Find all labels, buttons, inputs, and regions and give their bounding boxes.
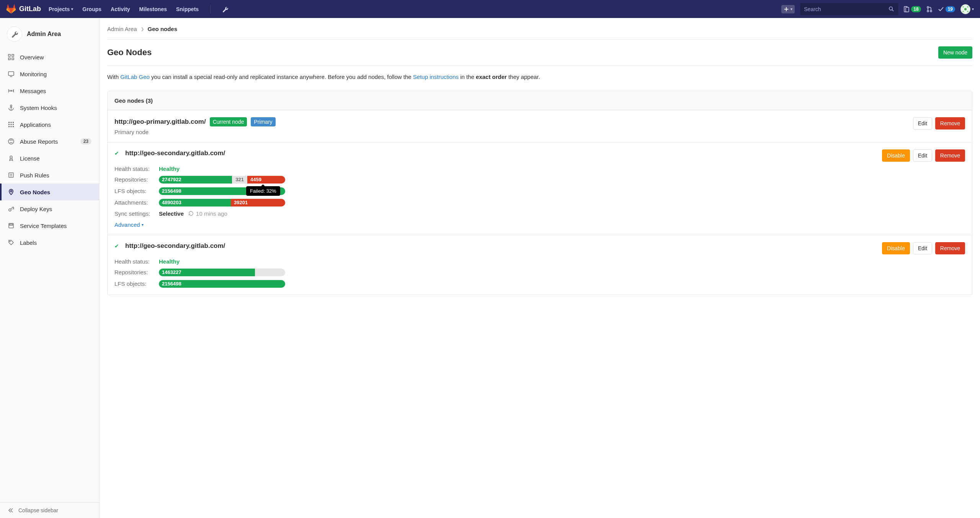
svg-point-9 (964, 8, 967, 10)
edit-button[interactable]: Edit (913, 149, 932, 162)
svg-rect-30 (8, 126, 10, 127)
svg-rect-26 (13, 122, 14, 123)
wrench-icon (222, 6, 228, 12)
geo-nodes-panel: Geo nodes (3) http://geo-primary.gitlab.… (107, 91, 972, 295)
nav-activity[interactable]: Activity (111, 6, 130, 12)
breadcrumb-root[interactable]: Admin Area (107, 26, 137, 32)
search-input[interactable] (804, 6, 889, 12)
chevron-down-icon: ▾ (972, 7, 974, 11)
page-title: Geo Nodes (107, 48, 152, 57)
svg-rect-41 (10, 224, 13, 225)
brand[interactable]: GitLab (6, 4, 41, 14)
anchor-icon (8, 104, 15, 111)
sync-time: 10 mins ago (188, 210, 227, 217)
check-icon: ✔ (114, 243, 119, 249)
svg-point-20 (11, 90, 12, 92)
sidebar-item-push-rules[interactable]: Push Rules (0, 167, 99, 184)
svg-point-38 (10, 190, 12, 192)
gitlab-geo-link[interactable]: GitLab Geo (120, 74, 150, 80)
intro-text: With GitLab Geo you can install a specia… (107, 66, 972, 91)
nav-merge-requests[interactable] (926, 6, 933, 12)
svg-point-21 (10, 105, 12, 107)
svg-rect-29 (13, 124, 14, 125)
node-url: http://geo-primary.gitlab.com/ (114, 118, 206, 126)
svg-rect-1 (784, 9, 789, 10)
admin-area-icon (7, 26, 22, 42)
attach-failed: 39201 (231, 199, 285, 207)
chevron-down-icon: ▾ (142, 223, 144, 227)
remove-button[interactable]: Remove (935, 242, 965, 254)
abuse-count-badge: 23 (80, 138, 91, 144)
template-icon (8, 222, 15, 229)
sidebar-item-applications[interactable]: Applications (0, 116, 99, 133)
sidebar-list: Overview Monitoring Messages System Hook… (0, 49, 99, 502)
sidebar-item-monitoring[interactable]: Monitoring (0, 66, 99, 82)
nav-todos[interactable]: 19 (938, 6, 955, 12)
push-rules-icon (8, 172, 15, 179)
repos-pending: 321 (232, 176, 247, 184)
health-status: Healthy (159, 166, 180, 172)
svg-point-6 (927, 7, 929, 8)
main-content: Admin Area ❯ Geo nodes Geo Nodes New nod… (100, 18, 980, 518)
nav-groups[interactable]: Groups (82, 6, 101, 12)
sidebar-item-service-templates[interactable]: Service Templates (0, 217, 99, 234)
breadcrumb-current: Geo nodes (148, 26, 178, 32)
search-icon (889, 6, 894, 12)
svg-rect-5 (906, 7, 909, 12)
new-node-button[interactable]: New node (938, 46, 972, 59)
collapse-icon (8, 507, 14, 513)
nav-issues[interactable]: 18 (903, 6, 921, 12)
new-dropdown[interactable]: ▾ (781, 5, 795, 13)
avatar-pattern-icon (962, 5, 969, 13)
sync-mode: Selective (159, 210, 184, 217)
sidebar-item-system-hooks[interactable]: System Hooks (0, 99, 99, 116)
panel-header: Geo nodes (3) (108, 91, 972, 110)
user-menu[interactable]: ▾ (960, 4, 974, 14)
svg-rect-14 (8, 54, 10, 56)
sidebar-item-messages[interactable]: Messages (0, 82, 99, 99)
nav-projects[interactable]: Projects ▾ (49, 6, 73, 12)
sidebar-item-license[interactable]: License (0, 150, 99, 167)
node-card-primary: http://geo-primary.gitlab.com/ Current n… (108, 110, 972, 143)
sidebar-item-deploy-keys[interactable]: Deploy Keys (0, 200, 99, 217)
svg-point-10 (962, 6, 964, 8)
svg-rect-25 (11, 122, 12, 123)
edit-button[interactable]: Edit (913, 117, 932, 130)
disable-button[interactable]: Disable (882, 149, 910, 162)
node-url: http://geo-secondary.gitlab.com/ (125, 149, 225, 157)
svg-point-7 (927, 10, 929, 12)
svg-rect-17 (12, 58, 14, 60)
repos-failed: 4459 (247, 176, 285, 184)
todos-icon (938, 6, 944, 12)
search-box[interactable] (800, 3, 898, 15)
sidebar-item-labels[interactable]: Labels (0, 234, 99, 251)
nav-wrench[interactable] (222, 6, 228, 12)
chevron-right-icon: ❯ (141, 27, 144, 31)
location-icon (8, 189, 15, 195)
svg-point-42 (10, 241, 10, 242)
nav-snippets[interactable]: Snippets (176, 6, 199, 12)
svg-rect-18 (8, 72, 14, 75)
remove-button[interactable]: Remove (935, 117, 965, 130)
svg-rect-15 (12, 54, 14, 56)
remove-button[interactable]: Remove (935, 149, 965, 162)
abuse-icon (8, 138, 15, 145)
badge-current-node: Current node (210, 117, 247, 126)
badge-primary: Primary (251, 117, 275, 126)
sidebar-item-abuse-reports[interactable]: Abuse Reports 23 (0, 133, 99, 150)
edit-button[interactable]: Edit (913, 242, 932, 254)
health-status: Healthy (159, 258, 180, 265)
sidebar-collapse[interactable]: Collapse sidebar (0, 502, 99, 518)
license-icon (8, 155, 15, 162)
nav-milestones[interactable]: Milestones (139, 6, 167, 12)
sidebar-item-geo-nodes[interactable]: Geo Nodes (0, 184, 99, 200)
advanced-toggle[interactable]: Advanced ▾ (114, 221, 144, 228)
svg-rect-35 (9, 173, 13, 177)
disable-button[interactable]: Disable (882, 242, 910, 254)
chevron-down-icon: ▾ (791, 7, 792, 11)
setup-instructions-link[interactable]: Setup instructions (413, 74, 459, 80)
avatar (960, 4, 970, 14)
monitor-icon (8, 70, 15, 77)
sidebar-item-overview[interactable]: Overview (0, 49, 99, 66)
svg-point-2 (889, 7, 892, 10)
